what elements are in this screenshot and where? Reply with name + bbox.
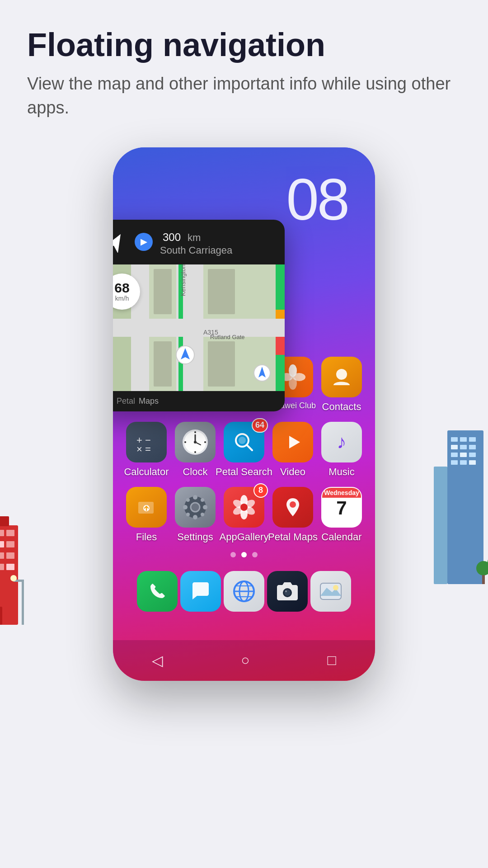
phone-frame: 08 Wallet: [113, 147, 375, 681]
page-subtitle: View the map and other important info wh…: [27, 72, 461, 120]
app-music[interactable]: ♪ Music: [320, 422, 363, 478]
app-contacts[interactable]: Contacts: [320, 357, 363, 413]
music-icon: ♪: [321, 422, 362, 462]
svg-rect-103: [276, 337, 285, 355]
city-buildings-right: [434, 430, 488, 590]
dot-3: [252, 552, 258, 557]
app-settings[interactable]: Settings: [174, 487, 217, 543]
svg-rect-111: [208, 341, 235, 387]
back-button[interactable]: ◁: [152, 652, 163, 669]
svg-rect-12: [6, 552, 14, 559]
app-video[interactable]: Video: [272, 422, 314, 478]
gallery-icon: [310, 571, 351, 612]
svg-point-55: [194, 451, 196, 453]
page-dots: [122, 552, 366, 557]
svg-point-56: [184, 441, 186, 443]
svg-point-73: [186, 498, 190, 502]
svg-rect-108: [154, 269, 172, 314]
nav-distance: 300 km: [160, 228, 275, 245]
svg-rect-3: [0, 530, 4, 536]
dock-browser[interactable]: [223, 571, 266, 615]
petal-search-label: Petal Search: [216, 466, 272, 478]
app-calendar[interactable]: Wednesday 7 Calendar: [320, 487, 363, 543]
navigation-bar: ◁ ○ □: [113, 640, 375, 681]
svg-point-54: [204, 441, 206, 443]
contacts-icon: [321, 357, 362, 397]
phone-scene: 08 Wallet: [0, 138, 488, 681]
svg-rect-32: [469, 453, 476, 457]
direction-arrow-icon: [113, 231, 127, 253]
svg-rect-27: [451, 445, 458, 449]
dock-camera[interactable]: [266, 571, 309, 615]
svg-rect-34: [460, 460, 467, 465]
map-footer: Petal Maps: [113, 391, 285, 411]
video-icon: [272, 422, 313, 462]
svg-point-76: [186, 513, 190, 516]
camera-icon: [267, 571, 308, 612]
app-petal-maps[interactable]: Petal Maps: [272, 487, 314, 543]
calendar-icon: Wednesday 7: [321, 487, 362, 528]
svg-rect-29: [469, 445, 476, 449]
svg-point-91: [284, 590, 291, 596]
app-row-3: Files: [122, 487, 366, 543]
svg-point-59: [194, 441, 197, 443]
dock-phone[interactable]: [136, 571, 179, 615]
dot-1: [230, 552, 236, 557]
city-buildings-left: [0, 498, 32, 627]
svg-rect-17: [0, 607, 2, 625]
svg-point-83: [240, 504, 248, 511]
svg-text:Kensington Road: Kensington Road: [179, 264, 187, 296]
svg-line-61: [247, 445, 252, 450]
appgallery-badge: 8: [253, 483, 268, 498]
svg-rect-104: [276, 355, 285, 391]
svg-rect-15: [0, 564, 4, 570]
svg-rect-24: [451, 437, 458, 442]
app-dock: [122, 566, 366, 620]
contacts-label: Contacts: [322, 401, 361, 413]
svg-point-92: [285, 590, 287, 592]
svg-point-21: [10, 575, 17, 581]
clock-label: Clock: [183, 466, 207, 478]
svg-rect-16: [6, 564, 14, 570]
petal-maps-label: Petal Maps: [268, 531, 318, 543]
home-button[interactable]: ○: [241, 652, 249, 669]
svg-point-95: [333, 585, 338, 590]
recents-button[interactable]: □: [328, 652, 336, 669]
phone-icon: [137, 571, 178, 612]
nav-street: South Carriagea: [160, 245, 275, 256]
dock-messages[interactable]: [179, 571, 222, 615]
app-files[interactable]: Files: [125, 487, 168, 543]
svg-point-48: [336, 369, 347, 380]
wallpaper-clock: 08: [286, 165, 348, 233]
svg-rect-11: [0, 552, 4, 559]
petal-search-badge: 64: [252, 418, 268, 433]
svg-rect-0: [0, 525, 18, 625]
dock-gallery[interactable]: [310, 571, 352, 615]
svg-point-72: [203, 505, 207, 509]
petal-maps-logo: Petal Maps: [113, 396, 159, 406]
header-section: Floating navigation View the map and oth…: [0, 0, 488, 138]
messages-icon: [180, 571, 221, 612]
appgallery-label: AppGallery: [220, 531, 269, 543]
calendar-day-name: Wednesday: [322, 488, 361, 498]
app-appgallery[interactable]: 8 AppGallery: [223, 487, 266, 543]
svg-text:×  =: × =: [136, 443, 151, 454]
svg-point-75: [201, 498, 204, 502]
svg-point-62: [239, 437, 246, 444]
app-petal-search[interactable]: 64 Petal Search: [223, 422, 266, 478]
calculator-label: Calculator: [124, 466, 169, 478]
files-label: Files: [136, 531, 157, 543]
svg-point-53: [194, 431, 196, 433]
svg-marker-63: [289, 436, 300, 448]
svg-point-74: [201, 513, 204, 516]
svg-rect-30: [451, 453, 458, 457]
svg-rect-8: [6, 541, 14, 547]
floating-map-widget[interactable]: ▶ 300 km South Carriagea: [113, 220, 285, 411]
app-calculator[interactable]: + − × = Calculator: [125, 422, 168, 478]
app-clock[interactable]: Clock: [174, 422, 217, 478]
video-label: Video: [280, 466, 305, 478]
svg-rect-28: [460, 445, 467, 449]
svg-rect-19: [22, 580, 24, 625]
svg-rect-26: [469, 437, 476, 442]
svg-point-84: [290, 501, 296, 508]
